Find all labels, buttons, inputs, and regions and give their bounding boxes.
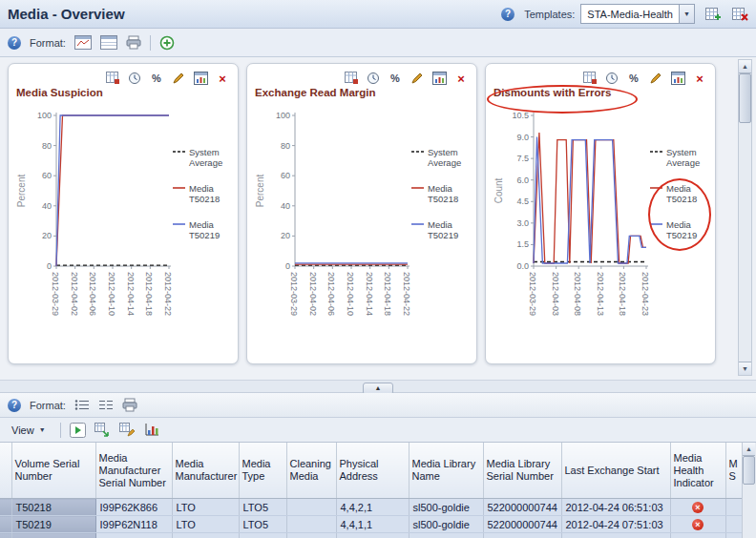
cell-manufacturer: LTO xyxy=(172,533,239,538)
print-icon[interactable] xyxy=(122,396,137,414)
svg-text:7.5: 7.5 xyxy=(516,154,529,163)
column-header-media-type[interactable]: Media Type xyxy=(239,443,286,499)
column-header-truncated[interactable]: M S xyxy=(725,443,742,499)
last-exchange-link[interactable]: 2012-04-24 06:51:03 xyxy=(561,499,670,516)
detach-graph-icon[interactable] xyxy=(193,71,208,86)
templates-dropdown[interactable]: STA-Media-Health ▼ xyxy=(580,4,695,24)
graph-layout-icon[interactable] xyxy=(74,33,92,52)
print-icon[interactable] xyxy=(126,33,141,52)
library-name-link[interactable]: sl500-goldie xyxy=(409,499,483,516)
svg-text:60: 60 xyxy=(42,171,52,180)
scroll-down-icon[interactable]: ▼ xyxy=(739,362,751,375)
table-row[interactable]: T50219 I99P62N118 LTO LTO5 4,4,1,1 sl500… xyxy=(0,516,742,533)
chart-view-icon[interactable] xyxy=(144,421,159,439)
help-icon[interactable]: ? xyxy=(8,399,21,412)
save-template-icon[interactable] xyxy=(704,7,722,22)
execute-query-icon[interactable] xyxy=(70,421,86,439)
svg-text:2012-04-18: 2012-04-18 xyxy=(618,272,627,316)
graphs-region: % × Media Suspicion 0204060801002012-03-… xyxy=(0,57,756,380)
row-gutter[interactable] xyxy=(0,516,11,533)
table-header-row: Volume Serial Number Media Manufacturer … xyxy=(0,443,742,499)
svg-text:2012-04-18: 2012-04-18 xyxy=(144,272,154,316)
library-serial-link[interactable]: 522000000744 xyxy=(483,516,561,533)
scroll-up-icon[interactable]: ▲ xyxy=(743,443,755,456)
library-name-link[interactable] xyxy=(409,533,483,538)
row-gutter[interactable] xyxy=(0,499,11,516)
row-gutter[interactable] xyxy=(0,533,11,538)
column-header-cleaning-media[interactable]: Cleaning Media xyxy=(286,443,336,499)
svg-text:T50218: T50218 xyxy=(428,194,458,204)
svg-text:0: 0 xyxy=(47,261,52,271)
last-exchange-link[interactable] xyxy=(561,533,670,538)
svg-text:1.5: 1.5 xyxy=(516,239,529,249)
scroll-up-icon[interactable]: ▲ xyxy=(739,60,751,73)
detach-graph-icon[interactable] xyxy=(431,71,447,86)
column-header-library-serial[interactable]: Media Library Serial Number xyxy=(483,443,561,499)
table-row[interactable]: T50220 I99043F30E LTO LTO5 xyxy=(0,533,742,538)
remove-graph-icon[interactable]: × xyxy=(453,71,469,86)
volume-serial-cell[interactable]: T50220 xyxy=(11,533,95,538)
help-icon[interactable]: ? xyxy=(8,36,21,50)
volume-serial-cell[interactable]: T50218 xyxy=(11,499,95,516)
application-window: Media - Overview ? Templates: STA-Media-… xyxy=(0,0,756,538)
change-graph-icon[interactable] xyxy=(582,71,598,86)
column-header-last-exchange-start[interactable]: Last Exchange Start xyxy=(561,443,670,499)
column-header-mfr-serial[interactable]: Media Manufacturer Serial Number xyxy=(95,443,172,499)
table-row[interactable]: T50218 I99P62K866 LTO LTO5 4,4,2,1 sl500… xyxy=(0,499,742,516)
time-range-icon[interactable] xyxy=(127,71,142,86)
delete-template-icon[interactable] xyxy=(731,7,748,22)
add-graph-icon[interactable] xyxy=(159,33,175,52)
edit-graph-icon[interactable] xyxy=(410,71,425,86)
column-header-physical-address[interactable]: Physical Address xyxy=(336,443,409,499)
edit-graph-icon[interactable] xyxy=(648,71,663,86)
svg-text:2012-04-14: 2012-04-14 xyxy=(365,272,374,316)
last-exchange-link[interactable]: 2012-04-24 07:51:03 xyxy=(561,516,670,533)
change-graph-icon[interactable] xyxy=(105,71,120,86)
detail-columns-icon[interactable] xyxy=(98,396,114,414)
svg-text:2012-04-22: 2012-04-22 xyxy=(402,272,411,316)
scrollbar-thumb[interactable] xyxy=(743,456,755,485)
separator xyxy=(150,35,151,51)
svg-text:Count: Count xyxy=(494,177,504,203)
cell-media-type: LTO5 xyxy=(239,533,286,538)
scrollbar-thumb[interactable] xyxy=(739,73,751,123)
svg-text:System: System xyxy=(189,147,220,157)
list-view-icon[interactable] xyxy=(74,396,90,414)
svg-text:Media: Media xyxy=(189,219,215,230)
charts-scrollbar[interactable]: ▲ ▼ xyxy=(738,59,752,376)
cell-media-type: LTO5 xyxy=(239,499,286,516)
table-layout-icon[interactable] xyxy=(100,33,117,52)
cell-cleaning-media xyxy=(286,533,336,538)
templates-dropdown-value: STA-Media-Health xyxy=(581,9,679,20)
help-icon[interactable]: ? xyxy=(501,8,514,21)
edit-graph-icon[interactable] xyxy=(171,71,186,86)
svg-text:100: 100 xyxy=(37,111,52,120)
remove-graph-icon[interactable]: × xyxy=(215,71,230,86)
time-range-icon[interactable] xyxy=(604,71,620,86)
svg-text:4.5: 4.5 xyxy=(516,197,529,206)
column-header-volume-serial[interactable]: Volume Serial Number xyxy=(11,443,95,499)
column-header-library-name[interactable]: Media Library Name xyxy=(409,443,483,499)
column-header-manufacturer[interactable]: Media Manufacturer xyxy=(172,443,239,499)
column-header-media-health[interactable]: Media Health Indicator xyxy=(670,443,725,499)
detach-graph-icon[interactable] xyxy=(670,71,685,86)
percent-icon[interactable]: % xyxy=(626,71,641,86)
graph-panel-toolbar: % × xyxy=(14,70,232,87)
remove-graph-icon[interactable]: × xyxy=(692,71,707,86)
time-range-icon[interactable] xyxy=(366,71,381,86)
table-scrollbar[interactable]: ▲ xyxy=(742,443,756,538)
detach-table-icon[interactable] xyxy=(119,421,136,439)
export-table-icon[interactable] xyxy=(94,421,111,439)
table-format-toolbar: ? Format: xyxy=(0,393,756,418)
library-serial-link[interactable] xyxy=(483,533,561,538)
volume-serial-cell[interactable]: T50219 xyxy=(11,516,95,533)
separator xyxy=(60,423,61,438)
chevron-down-icon[interactable]: ▼ xyxy=(679,5,694,23)
svg-text:2012-04-18: 2012-04-18 xyxy=(383,272,392,316)
percent-icon[interactable]: % xyxy=(149,71,164,86)
change-graph-icon[interactable] xyxy=(344,71,359,86)
percent-icon[interactable]: % xyxy=(388,71,403,86)
view-menu-button[interactable]: View ▼ xyxy=(6,423,52,438)
library-name-link[interactable]: sl500-goldie xyxy=(409,516,483,533)
library-serial-link[interactable]: 522000000744 xyxy=(483,499,561,516)
